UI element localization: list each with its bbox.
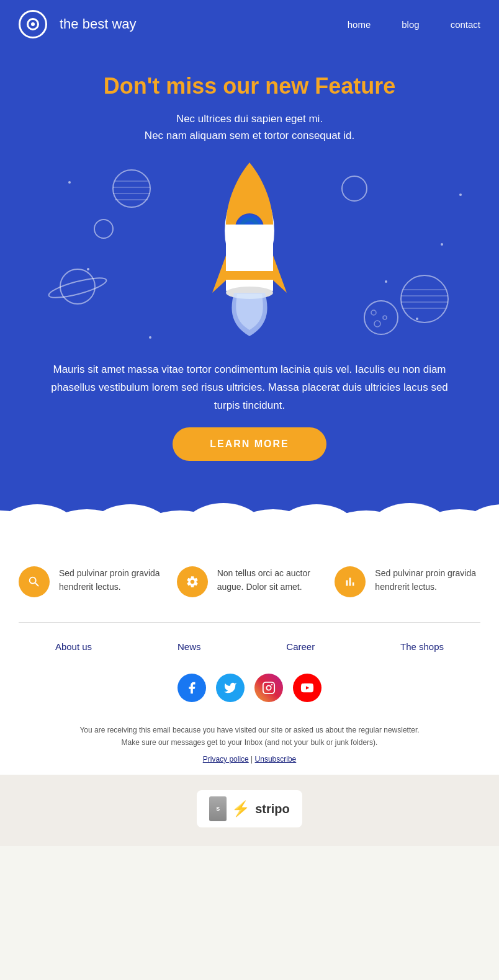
hero-body-text: Mauris sit amet massa vitae tortor condi… <box>37 361 462 415</box>
hero-title: Don't miss our new Feature <box>25 73 474 99</box>
stripo-label: stripo <box>255 802 290 816</box>
footer-links: Privacy police | Unsubscribe <box>25 753 474 765</box>
hero-subtitle-line2: Nec nam aliquam sem et tortor consequat … <box>25 127 474 144</box>
svg-point-6 <box>47 274 108 301</box>
hero-subtitle-line1: Nec ultrices dui sapien eget mi. <box>25 110 474 127</box>
feature-text-1: Sed pulvinar proin gravida hendrerit lec… <box>59 566 164 594</box>
star-decoration <box>68 181 71 184</box>
youtube-icon <box>300 681 314 695</box>
link-separator: | <box>251 755 253 764</box>
unsubscribe-link[interactable]: Unsubscribe <box>255 755 297 764</box>
star-decoration <box>441 243 443 246</box>
feature-item-2: Non tellus orci ac auctor augue. Dolor s… <box>177 566 323 597</box>
youtube-button[interactable] <box>293 674 321 702</box>
feature-item-1: Sed pulvinar proin gravida hendrerit lec… <box>19 566 164 597</box>
main-nav: home blog contact <box>348 19 480 30</box>
brand-name: the best way <box>60 16 335 32</box>
disclaimer-line2: Make sure our messages get to your Inbox… <box>25 736 474 749</box>
planet-moon-icon <box>362 299 400 336</box>
rocket-svg <box>200 156 299 342</box>
star-decoration <box>459 194 462 196</box>
disclaimer-line1: You are receiving this email because you… <box>25 724 474 736</box>
planet-right-striped-icon <box>400 274 449 324</box>
rocket-illustration <box>25 156 474 355</box>
svg-point-0 <box>113 170 150 207</box>
svg-point-13 <box>342 176 367 201</box>
footer-nav: About us News Career The shops <box>0 623 499 664</box>
footer-nav-news[interactable]: News <box>178 641 201 652</box>
instagram-icon <box>262 681 276 695</box>
social-row <box>0 664 499 718</box>
svg-point-17 <box>374 321 380 327</box>
svg-rect-24 <box>226 271 273 280</box>
logo-icon <box>19 10 47 38</box>
stripo-area: S ⚡ stripo <box>0 775 499 846</box>
stripo-logo: S ⚡ stripo <box>197 790 302 827</box>
stripo-badge-icon: S <box>209 796 227 821</box>
cloud-divider-svg <box>0 498 499 535</box>
feature-icon-gear <box>177 566 208 597</box>
planet-striped-icon <box>112 169 152 209</box>
learn-more-button[interactable]: LEARN MORE <box>173 427 326 461</box>
svg-point-7 <box>60 269 95 304</box>
feature-text-2: Non tellus orci ac auctor augue. Dolor s… <box>217 566 323 594</box>
footer-disclaimer: You are receiving this email because you… <box>0 718 499 775</box>
footer-nav-shops[interactable]: The shops <box>400 641 444 652</box>
feature-icon-chart <box>335 566 366 597</box>
footer-nav-about[interactable]: About us <box>55 641 92 652</box>
feature-item-3: Sed pulvinar proin gravida hendrerit lec… <box>335 566 480 597</box>
gear-icon <box>186 575 199 589</box>
search-icon <box>27 575 41 589</box>
site-header: the best way home blog contact <box>0 0 499 48</box>
instagram-button[interactable] <box>254 674 283 702</box>
twitter-button[interactable] <box>216 674 245 702</box>
hero-section: Don't miss our new Feature Nec ultrices … <box>0 48 499 355</box>
svg-point-14 <box>364 301 398 334</box>
chart-icon <box>343 575 357 589</box>
twitter-icon <box>223 681 237 695</box>
nav-home[interactable]: home <box>348 19 371 30</box>
cloud-divider-wrapper <box>0 498 499 535</box>
feature-text-3: Sed pulvinar proin gravida hendrerit lec… <box>375 566 480 594</box>
svg-rect-22 <box>226 225 273 293</box>
facebook-icon <box>185 681 199 695</box>
facebook-button[interactable] <box>178 674 206 702</box>
planet-small-icon <box>93 218 115 240</box>
features-section: Sed pulvinar proin gravida hendrerit lec… <box>0 535 499 622</box>
svg-point-15 <box>371 310 376 315</box>
star-decoration <box>385 280 387 283</box>
planet-saturn-icon <box>43 256 112 311</box>
stripo-lightning-icon: ⚡ <box>232 800 250 817</box>
svg-point-16 <box>383 316 387 319</box>
svg-point-5 <box>94 220 113 238</box>
logo-inner-ring <box>27 18 39 30</box>
privacy-link[interactable]: Privacy police <box>203 755 249 764</box>
feature-icon-search <box>19 566 50 597</box>
hero-body: Mauris sit amet massa vitae tortor condi… <box>0 355 499 498</box>
star-decoration <box>149 336 151 339</box>
footer-nav-career[interactable]: Career <box>286 641 315 652</box>
hero-subtitle: Nec ultrices dui sapien eget mi. Nec nam… <box>25 110 474 144</box>
svg-point-8 <box>401 275 448 323</box>
logo-dot <box>31 22 35 26</box>
svg-rect-38 <box>263 682 274 693</box>
nav-blog[interactable]: blog <box>402 19 419 30</box>
nav-contact[interactable]: contact <box>451 19 480 30</box>
planet-circle-right-icon <box>341 175 369 203</box>
